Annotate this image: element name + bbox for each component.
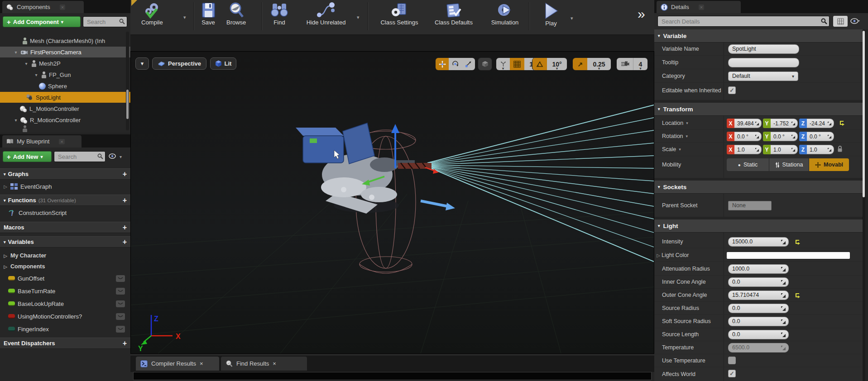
category-dropdown[interactable]: Default ▾ [728,71,798,81]
class-defaults-button[interactable]: Class Defaults [429,2,478,26]
tree-row-rmotioncontroller[interactable]: ▾ R_MotionController [0,114,126,125]
simulation-button[interactable]: Simulation [484,2,525,26]
scale-y-field[interactable]: Y 1.0 [763,145,798,154]
expander-icon[interactable]: ▷ [3,184,8,189]
scale-snap-value-dropdown[interactable]: 0.25 ▾ [587,58,611,70]
variable-name-field[interactable]: SpotLight [728,44,799,54]
reset-outer-cone-button[interactable] [794,292,801,299]
caret-down-icon[interactable]: ▾ [686,134,688,138]
spinner-handle-icon[interactable] [781,293,786,298]
tab-details[interactable]: Details × [657,1,741,13]
tree-row-fpgun[interactable]: ▾ FP_Gun [0,69,126,80]
variable-row-baselookuprate[interactable]: BaseLookUpRate [0,298,130,309]
eye-closed-icon[interactable] [116,300,125,307]
tree-row-mesh2p[interactable]: ▾ Mesh2P [0,58,126,69]
find-button[interactable]: Find [270,2,289,26]
scale-tool-button[interactable] [462,58,475,70]
add-function-button[interactable]: + [123,196,127,205]
intensity-field[interactable]: 15000.0 [728,237,789,247]
close-icon[interactable]: × [699,5,704,10]
surface-snap-button[interactable] [478,58,492,70]
save-button[interactable]: Save [201,2,216,26]
details-scrollbar[interactable] [862,30,865,381]
spinner-handle-icon[interactable] [755,148,759,152]
view-options-eye-icon[interactable] [109,153,118,161]
tab-compiler-results[interactable]: Compiler Results × [136,357,219,371]
sockets-section-header[interactable]: ▾ Sockets [654,181,863,194]
rotation-snap-value-dropdown[interactable]: 10° ▾ [547,58,567,70]
compiler-results-content[interactable] [133,372,652,380]
source-radius-field[interactable]: 0.0 [728,304,789,313]
scale-snap-toggle[interactable]: ↗ [573,58,587,70]
eye-closed-icon[interactable] [116,275,125,282]
my-character-category-row[interactable]: ▷ My Character [0,250,130,261]
location-x-field[interactable]: X 39.484 [727,119,762,128]
eye-closed-icon[interactable] [116,288,125,295]
attenuation-radius-field[interactable]: 1000.0 [728,264,789,274]
close-icon[interactable]: × [60,5,65,10]
expander-icon[interactable]: ▷ [656,253,661,258]
toolbar-overflow-chevron[interactable]: » [638,6,645,22]
tab-components[interactable]: Components × [2,1,84,13]
details-search-input[interactable] [657,16,830,27]
expander-icon[interactable]: ▾ [14,50,18,55]
variable-row-fingerindex[interactable]: FingerIndex [0,324,130,334]
play-button[interactable]: Play [537,2,565,27]
mobility-movable-button[interactable]: Movabl [809,158,849,171]
scale-z-field[interactable]: Z 1.0 [799,145,834,154]
tree-row-sphere[interactable]: Sphere [0,81,126,91]
tree-row-clipped[interactable] [0,126,126,132]
lock-scale-icon[interactable] [837,146,843,154]
spinner-handle-icon[interactable] [781,267,786,271]
functions-section-header[interactable]: ▾ Functions (31 Overridable) + [0,195,130,206]
variable-section-header[interactable]: ▾ Variable [654,29,863,43]
tree-row-firstpersoncamera[interactable]: ▾ FirstPersonCamera [0,47,130,57]
components-category-row[interactable]: ▷ Components [0,261,130,272]
mobility-static-button[interactable]: ● Static [727,158,769,171]
expander-icon[interactable]: ▾ [14,118,18,123]
translate-tool-button[interactable] [436,58,449,70]
close-icon[interactable]: × [200,360,203,367]
scale-x-field[interactable]: X 1.0 [727,145,762,154]
spinner-handle-icon[interactable] [791,148,795,152]
add-graph-button[interactable]: + [123,170,127,178]
tab-my-blueprint[interactable]: My Blueprint × [2,135,82,148]
constructionscript-row[interactable]: f ConstructionScript [0,207,130,218]
camera-speed-value-dropdown[interactable]: 4 ▾ [633,58,647,70]
camera-speed-button[interactable] [617,58,633,70]
spinner-handle-icon[interactable] [828,135,831,138]
play-options-caret[interactable]: ▾ [571,15,573,21]
expander-icon[interactable]: ▾ [24,61,29,66]
rotation-y-field[interactable]: Y 0.0 ° [763,132,798,141]
location-y-field[interactable]: Y -1.752 [763,119,798,128]
variable-row-gunoffset[interactable]: GunOffset [0,273,130,284]
transform-section-header[interactable]: ▾ Transform [654,103,863,116]
variable-row-baseturnrate[interactable]: BaseTurnRate [0,286,130,296]
spinner-handle-icon[interactable] [791,122,795,125]
hide-unrelated-caret[interactable]: ▾ [357,14,360,20]
tree-row-spotlight[interactable]: SpotLight [0,92,130,103]
close-icon[interactable]: × [59,139,64,144]
add-event-dispatcher-button[interactable]: + [123,339,127,348]
soft-source-radius-field[interactable]: 0.0 [728,317,789,326]
reset-intensity-button[interactable] [794,239,801,245]
variables-section-header[interactable]: ▾ Variables + [0,236,130,248]
graphs-section-header[interactable]: ▾ Graphs + [0,168,130,180]
spinner-handle-icon[interactable] [791,135,795,138]
rotation-z-field[interactable]: Z 0.0 ° [799,132,834,141]
caret-down-icon[interactable]: ▾ [120,154,122,159]
spinner-handle-icon[interactable] [828,148,831,152]
viewport[interactable]: Z X Y ▾ Perspective Lit [130,51,654,354]
class-settings-button[interactable]: Class Settings [375,2,424,26]
eye-closed-icon[interactable] [116,313,125,320]
spinner-handle-icon[interactable] [755,135,759,138]
macros-section-header[interactable]: Macros + [0,222,130,233]
spinner-handle-icon[interactable] [828,122,831,125]
spinner-handle-icon[interactable] [781,333,786,337]
rotation-snap-toggle[interactable] [532,58,547,70]
parent-socket-field[interactable]: None [728,201,772,210]
inner-cone-angle-field[interactable]: 0.0 [728,277,789,287]
tree-row-mesh[interactable]: Mesh (CharacterMesh0) (Inh [0,35,126,46]
tooltip-field[interactable] [728,58,799,67]
location-z-field[interactable]: Z -24.24 [799,119,834,128]
